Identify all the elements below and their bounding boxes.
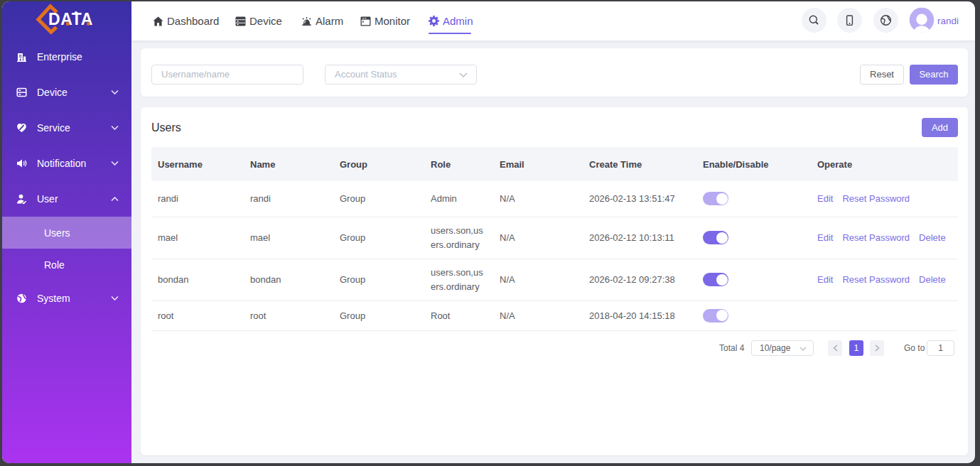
svg-text:DATA: DATA [48, 10, 93, 28]
